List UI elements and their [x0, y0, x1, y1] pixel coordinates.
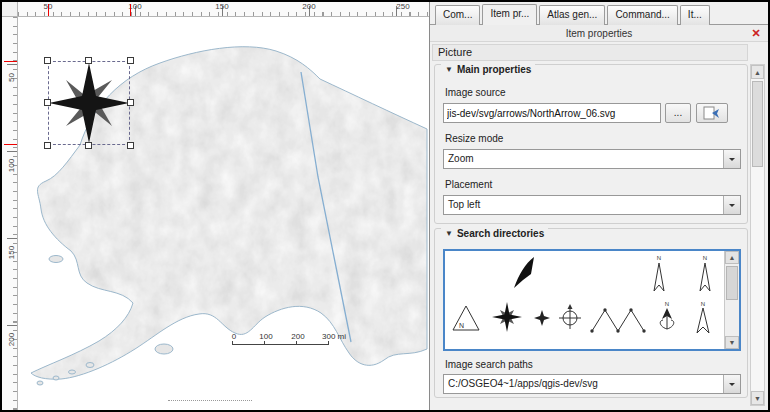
chevron-down-icon: [723, 196, 740, 214]
preview-scrollbar-thumb[interactable]: [726, 266, 738, 300]
panel-title: Item properties: [430, 25, 768, 42]
triangle-north-icon[interactable]: N: [450, 303, 482, 335]
ruler-label: 200: [302, 2, 315, 11]
arrow-outline-north-icon[interactable]: N: [691, 299, 715, 339]
scalebar-item[interactable]: 0 100 200 300 mi: [232, 332, 352, 345]
ruler-top-major-ticks: [48, 6, 429, 16]
close-panel-icon[interactable]: ✕: [749, 26, 763, 40]
svg-text:N: N: [701, 301, 705, 307]
ruler-label: 150: [215, 2, 228, 11]
ruler-left: 50 100 150 200: [2, 17, 18, 412]
resize-handle-ne[interactable]: [127, 57, 134, 64]
resize-mode-value: Zoom: [448, 153, 474, 164]
ruler-label: 150: [7, 245, 16, 261]
item-properties-panel: Com... Item pr... Atlas gen... Command..…: [429, 2, 768, 410]
collapse-arrow-icon: ▼: [445, 229, 453, 238]
zigzag-w-icon[interactable]: [589, 305, 647, 337]
ruler-label: 100: [7, 158, 16, 174]
scroll-up-icon[interactable]: ▲: [725, 251, 739, 264]
resize-handle-sw[interactable]: [44, 142, 51, 149]
placement-value: Top left: [448, 199, 480, 210]
svg-preview-list[interactable]: N N N: [443, 249, 741, 351]
svg-text:N: N: [665, 301, 669, 307]
collapse-arrow-icon: ▼: [445, 65, 453, 74]
tab-item-properties[interactable]: Item pr...: [482, 4, 537, 25]
north-arrow-outline-tall-icon[interactable]: N: [651, 253, 667, 297]
search-directories-group: ▼ Search directories N N: [434, 228, 748, 398]
page-margin-dots: [168, 400, 252, 401]
compass-star-8-icon[interactable]: [491, 301, 523, 335]
scroll-up-icon[interactable]: ▲: [751, 65, 764, 79]
chevron-down-icon: [723, 150, 740, 168]
ruler-label: 250: [396, 2, 409, 11]
fleur-north-icon[interactable]: N: [655, 299, 679, 339]
scalebar-label: 300 mi: [322, 332, 346, 341]
tab-composition[interactable]: Com...: [435, 5, 480, 25]
circle-crosshair-icon[interactable]: [558, 303, 582, 333]
qgis-composer-window: 50 100 150 200 250 50 100 150 200: [0, 0, 770, 412]
scalebar-label: 200: [291, 332, 304, 341]
ruler-extent-marker: [48, 4, 49, 17]
image-search-paths-value: C:/OSGEO4~1/apps/qgis-dev/svg: [448, 378, 598, 389]
tab-command-history[interactable]: Command...: [607, 5, 677, 25]
svg-text:N: N: [703, 255, 707, 261]
search-directories-header[interactable]: ▼ Search directories: [441, 228, 548, 239]
scalebar-label: 0: [232, 332, 236, 341]
main-properties-header[interactable]: ▼ Main properties: [441, 64, 535, 75]
image-options-button[interactable]: [696, 103, 728, 123]
group-title: Search directories: [457, 228, 544, 239]
resize-handle-s[interactable]: [85, 142, 92, 149]
ruler-top: 50 100 150 200 250: [18, 2, 429, 17]
tab-items[interactable]: It...: [680, 5, 710, 25]
ruler-extent-marker: [4, 144, 17, 145]
resize-handle-n[interactable]: [85, 57, 92, 64]
resize-mode-select[interactable]: Zoom: [443, 149, 741, 169]
resize-handle-w[interactable]: [44, 99, 51, 106]
svg-text:N: N: [657, 255, 661, 261]
north-arrow-swoosh-icon[interactable]: [509, 254, 539, 294]
image-search-paths-label: Image search paths: [445, 359, 533, 370]
image-source-input[interactable]: [443, 103, 661, 123]
browse-button[interactable]: ...: [665, 103, 691, 123]
placement-label: Placement: [445, 179, 492, 190]
image-source-label: Image source: [445, 87, 506, 98]
scroll-down-icon[interactable]: ▼: [725, 336, 739, 349]
scroll-down-icon[interactable]: ▼: [751, 391, 764, 405]
picture-section-title: Picture: [432, 44, 748, 61]
north-arrow-item[interactable]: [48, 61, 130, 145]
composer-canvas[interactable]: 0 100 200 300 mi: [18, 17, 429, 410]
panel-scrollbar[interactable]: ▲ ▼: [750, 64, 765, 406]
ruler-left-major-ticks: [7, 64, 17, 412]
placement-select[interactable]: Top left: [443, 195, 741, 215]
resize-mode-label: Resize mode: [445, 133, 503, 144]
svg-text:N: N: [459, 322, 464, 329]
ruler-label: 200: [7, 332, 16, 348]
panel-scrollbar-thumb[interactable]: [752, 81, 763, 167]
selection-outline: [48, 61, 130, 145]
scalebar-label: 100: [259, 332, 272, 341]
image-options-icon: [703, 106, 721, 121]
resize-handle-nw[interactable]: [44, 57, 51, 64]
image-search-paths-select[interactable]: C:/OSGEO4~1/apps/qgis-dev/svg: [443, 374, 741, 394]
chevron-down-icon: [723, 375, 740, 393]
ruler-extent-marker: [4, 61, 17, 62]
group-title: Main properties: [457, 64, 531, 75]
ruler-extent-marker: [130, 4, 131, 17]
scalebar-line: [232, 344, 329, 345]
star-4-icon[interactable]: [533, 309, 551, 329]
tab-atlas-generation[interactable]: Atlas gen...: [539, 5, 605, 25]
main-properties-group: ▼ Main properties Image source ... Resiz…: [434, 64, 748, 224]
panel-tab-bar: Com... Item pr... Atlas gen... Command..…: [435, 5, 710, 25]
north-arrow-outline-tall-2-icon[interactable]: N: [697, 253, 713, 297]
preview-scrollbar[interactable]: ▲ ▼: [724, 251, 739, 349]
ruler-label: 50: [7, 70, 16, 86]
resize-handle-e[interactable]: [127, 99, 134, 106]
resize-handle-se[interactable]: [127, 142, 134, 149]
ruler-corner: [2, 2, 18, 17]
